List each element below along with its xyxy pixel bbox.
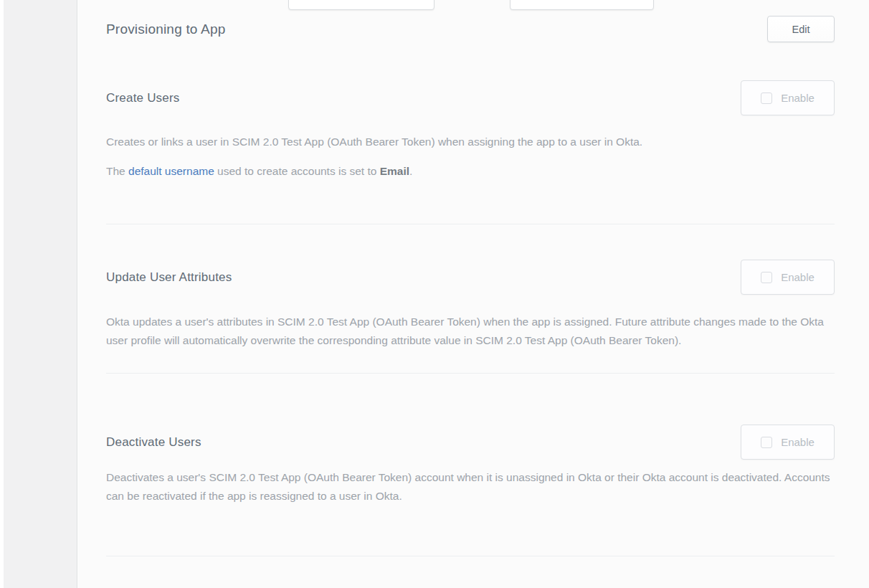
default-username-note: The default username used to create acco…: [106, 162, 835, 181]
section-deactivate-users: Deactivate Users Enable Deactivates a us…: [106, 425, 835, 506]
provisioning-settings-panel: Provisioning to App Edit Create Users En…: [78, 0, 869, 588]
section-divider: [106, 224, 835, 224]
section-description: Deactivates a user's SCIM 2.0 Test App (…: [106, 468, 835, 506]
cropped-input-field-1[interactable]: [288, 0, 434, 10]
section-title: Create Users: [106, 91, 180, 105]
enable-button-label: Enable: [781, 436, 815, 448]
section-description: Okta updates a user's attributes in SCIM…: [106, 313, 835, 350]
enable-button-label: Enable: [781, 271, 815, 283]
note-suffix: .: [409, 165, 412, 177]
section-title: Update User Attributes: [106, 270, 232, 285]
section-title: Deactivate Users: [106, 435, 201, 450]
section-divider: [106, 373, 835, 374]
enable-checkbox[interactable]: [761, 272, 772, 283]
note-prefix: The: [106, 165, 128, 177]
left-sidebar: [4, 0, 77, 588]
enable-checkbox[interactable]: [761, 437, 772, 448]
default-username-link[interactable]: default username: [128, 165, 214, 177]
note-emphasis: Email: [380, 165, 409, 177]
page-title: Provisioning to App: [106, 22, 225, 37]
provisioning-header: Provisioning to App Edit: [106, 0, 835, 42]
cropped-input-field-2[interactable]: [510, 0, 654, 10]
enable-button[interactable]: Enable: [741, 425, 835, 460]
enable-checkbox[interactable]: [761, 93, 772, 104]
enable-button[interactable]: Enable: [741, 80, 835, 115]
note-middle: used to create accounts is set to: [214, 165, 380, 177]
section-divider: [106, 556, 835, 556]
section-create-users: Create Users Enable Creates or links a u…: [106, 80, 835, 181]
section-description: Creates or links a user in SCIM 2.0 Test…: [106, 133, 835, 151]
enable-button[interactable]: Enable: [741, 260, 835, 295]
section-update-user-attributes: Update User Attributes Enable Okta updat…: [106, 260, 835, 350]
edit-button[interactable]: Edit: [767, 16, 835, 42]
enable-button-label: Enable: [781, 92, 815, 104]
